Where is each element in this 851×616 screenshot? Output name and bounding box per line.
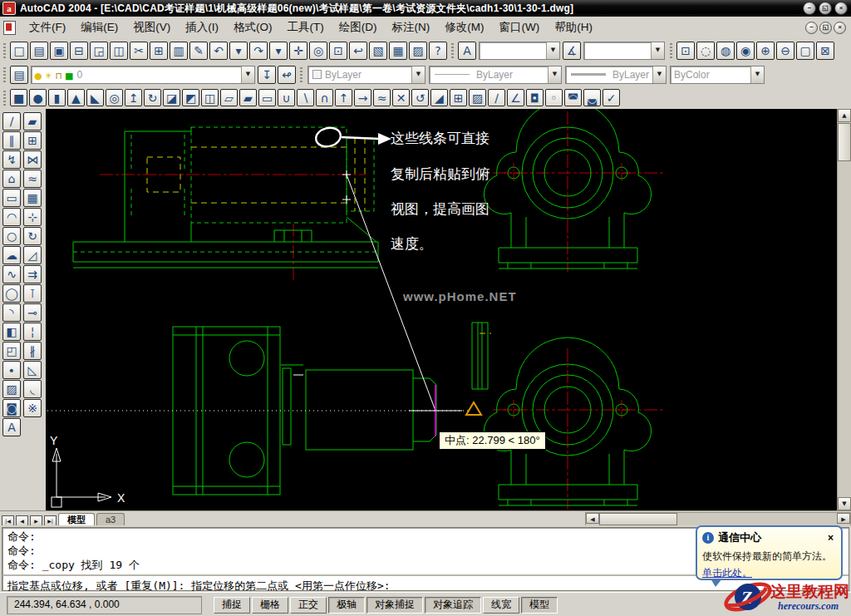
trim-button[interactable]: ⊺ xyxy=(23,284,42,303)
new-button[interactable]: □ xyxy=(10,42,28,60)
solids-box-button[interactable]: ■ xyxy=(10,89,27,106)
properties-button[interactable]: ▨ xyxy=(409,42,427,60)
layer-color-icon[interactable]: ■ xyxy=(65,71,73,81)
menu-help[interactable]: 帮助(H) xyxy=(547,17,600,38)
polyline-button[interactable]: ↯ xyxy=(2,150,21,169)
match-properties-button[interactable]: ✎ xyxy=(189,42,208,60)
line-button[interactable]: ∕ xyxy=(2,112,21,131)
menu-view[interactable]: 视图(V) xyxy=(125,17,178,38)
designcenter-button[interactable]: ▦ xyxy=(389,42,407,60)
subtract-button[interactable]: ∖ xyxy=(297,89,314,106)
zoom-out-button[interactable]: ⊖ xyxy=(776,42,794,60)
region-button[interactable]: ◙ xyxy=(2,399,21,417)
revision-cloud-button[interactable]: ☁ xyxy=(2,246,21,264)
multiline-text-button[interactable]: A xyxy=(2,418,21,436)
help-button[interactable]: ? xyxy=(429,42,447,60)
revolve-button[interactable]: ↻ xyxy=(144,89,161,106)
redo-button[interactable]: ↷ xyxy=(249,42,268,60)
scroll-up-icon[interactable]: ▲ xyxy=(838,109,851,122)
scale-button[interactable]: ◿ xyxy=(23,246,42,264)
drawing-area[interactable]: 这些线条可直接 复制后粘贴到俯 视图，提高画图 速度。 xyxy=(46,109,838,510)
zoom-window-button[interactable]: ⊡ xyxy=(676,42,695,60)
dim-style-combo[interactable]: ▼ xyxy=(583,42,665,60)
paste-button[interactable]: ▥ xyxy=(170,42,188,60)
zoom-scale-button[interactable]: ◍ xyxy=(716,42,735,60)
zoom-realtime-button[interactable]: ◎ xyxy=(309,42,327,60)
copy-edges-button[interactable]: ∕ xyxy=(488,89,505,106)
balloon-close-icon[interactable]: × xyxy=(825,532,836,544)
linetype-combo[interactable]: ByLayer ▼ xyxy=(429,66,562,84)
color-combo[interactable]: ByLayer ▼ xyxy=(307,66,426,84)
hatch-button[interactable]: ▨ xyxy=(2,380,21,398)
undo-list-button[interactable]: ▾ xyxy=(229,42,248,60)
circle-button[interactable]: ○ xyxy=(2,227,21,245)
move-faces-button[interactable]: → xyxy=(354,89,371,106)
make-block-button[interactable]: ◰ xyxy=(2,342,21,360)
menu-tools[interactable]: 工具(T) xyxy=(280,17,332,38)
solids-sphere-button[interactable]: ● xyxy=(29,89,47,106)
text-style-button[interactable]: A xyxy=(458,42,476,60)
chevron-down-icon[interactable]: ▼ xyxy=(411,67,425,83)
toolbar-grab-handle[interactable] xyxy=(451,43,454,58)
offset-button[interactable]: ≈ xyxy=(23,170,42,188)
slice-button[interactable]: ◪ xyxy=(163,89,180,106)
toolbar-grab-handle[interactable] xyxy=(670,43,672,58)
extend-button[interactable]: ⊸ xyxy=(23,303,42,322)
dim-style-button[interactable]: ∡ xyxy=(563,42,581,60)
toggle-lwt[interactable]: 线宽 xyxy=(483,597,519,614)
chevron-down-icon[interactable]: ▼ xyxy=(651,42,664,59)
toggle-model[interactable]: 模型 xyxy=(521,597,558,614)
copy-faces-button[interactable]: ⊞ xyxy=(450,89,467,106)
array-button[interactable]: ▦ xyxy=(23,189,42,207)
cut-button[interactable]: ✂ xyxy=(130,42,148,60)
setup-drawing-button[interactable]: ▱ xyxy=(220,89,238,106)
shell-button[interactable]: ◛ xyxy=(583,89,601,106)
chevron-down-icon[interactable]: ▼ xyxy=(652,67,666,83)
toggle-ortho[interactable]: 正交 xyxy=(290,597,327,614)
taper-faces-button[interactable]: ◢ xyxy=(430,89,448,106)
menu-edit[interactable]: 编辑(E) xyxy=(73,17,125,38)
fillet-button[interactable]: ◟ xyxy=(23,380,42,398)
color-edges-button[interactable]: ∠ xyxy=(507,89,524,106)
toolbar-grab-handle[interactable] xyxy=(3,43,6,58)
extrude-button[interactable]: ↥ xyxy=(125,89,142,106)
undo-button[interactable]: ↶ xyxy=(209,42,228,60)
stretch-button[interactable]: ⇉ xyxy=(23,265,42,283)
ellipse-button[interactable]: ◯ xyxy=(2,284,21,303)
tab-model[interactable]: 模型 xyxy=(58,513,95,525)
mdi-minimize-button[interactable]: − xyxy=(805,22,818,34)
menu-window[interactable]: 窗口(W) xyxy=(492,17,548,38)
toolbar-grab-handle[interactable] xyxy=(3,91,6,106)
zoom-in-button[interactable]: ⊕ xyxy=(756,42,775,60)
explode-button[interactable]: ※ xyxy=(23,399,42,417)
toggle-otrack[interactable]: 对象追踪 xyxy=(425,597,481,614)
zoom-extents-button[interactable]: ⊠ xyxy=(816,42,834,60)
imprint-button[interactable]: ◘ xyxy=(526,89,544,106)
break-at-point-button[interactable]: ¦ xyxy=(23,323,42,341)
extrude-faces-button[interactable]: ↑ xyxy=(335,89,352,106)
redo-list-button[interactable]: ▾ xyxy=(269,42,288,60)
tab-layout-a3[interactable]: a3 xyxy=(96,513,125,525)
offset-faces-button[interactable]: ≈ xyxy=(373,89,391,106)
mdi-restore-button[interactable]: ◱ xyxy=(819,22,832,34)
tool-palettes-button[interactable]: ▧ xyxy=(369,42,387,60)
solids-wedge-button[interactable]: ◣ xyxy=(86,89,104,106)
zoom-center-button[interactable]: ◉ xyxy=(736,42,755,60)
text-style-combo[interactable]: ▼ xyxy=(479,42,560,60)
erase-button[interactable]: ▰ xyxy=(23,112,42,131)
balloon-link[interactable]: 单击此处。 xyxy=(702,566,752,580)
menu-file[interactable]: 文件(F) xyxy=(22,17,73,38)
toolbar-grab-handle[interactable] xyxy=(3,67,6,82)
chamfer-button[interactable]: ◺ xyxy=(23,361,42,379)
menu-format[interactable]: 格式(O) xyxy=(226,17,280,38)
menu-dimension[interactable]: 标注(N) xyxy=(385,17,438,38)
toggle-polar[interactable]: 极轴 xyxy=(328,597,365,614)
setup-profile-button[interactable]: ▭ xyxy=(258,89,276,106)
save-button[interactable]: ▣ xyxy=(50,42,68,60)
toggle-snap[interactable]: 捕捉 xyxy=(214,597,250,614)
insert-block-button[interactable]: ◧ xyxy=(2,323,21,341)
section-button[interactable]: ◩ xyxy=(182,89,199,106)
construction-line-button[interactable]: ∥ xyxy=(2,131,21,150)
point-button[interactable]: ∙ xyxy=(2,361,21,379)
zoom-previous-button[interactable]: ↩ xyxy=(349,42,367,60)
